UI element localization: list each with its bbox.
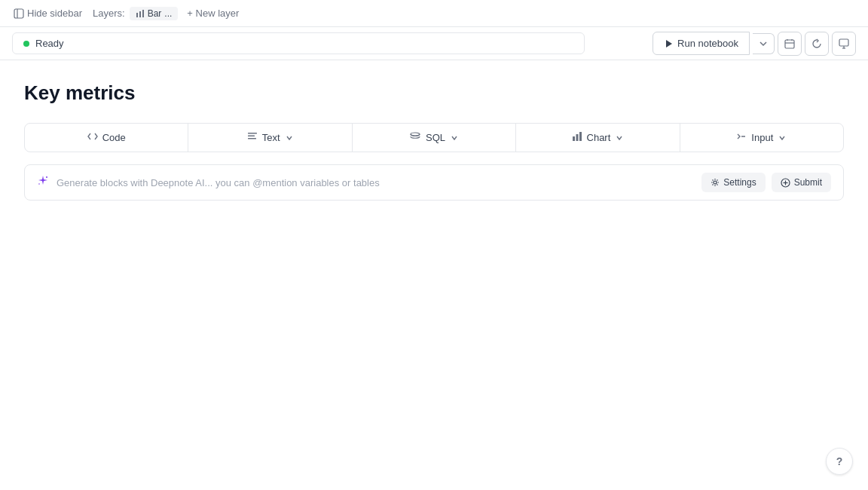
chart-label: Chart bbox=[587, 132, 611, 143]
code-label: Code bbox=[102, 132, 126, 143]
bar-chart-icon bbox=[136, 9, 145, 18]
layers-chip-label: Bar bbox=[148, 8, 162, 19]
svg-marker-5 bbox=[666, 40, 672, 47]
sql-label: SQL bbox=[426, 132, 445, 143]
run-dropdown-button[interactable] bbox=[753, 33, 775, 54]
ai-bar-right: Settings Submit bbox=[701, 173, 831, 192]
svg-rect-13 bbox=[248, 133, 257, 134]
svg-rect-10 bbox=[839, 39, 848, 46]
sql-chevron-icon bbox=[450, 133, 459, 142]
top-bar: Hide sidebar Layers: Bar ... + New layer bbox=[0, 0, 868, 27]
main-content: Key metrics Code Text bbox=[0, 60, 868, 201]
hide-sidebar-label: Hide sidebar bbox=[27, 8, 82, 19]
sql-icon bbox=[409, 131, 421, 144]
svg-point-21 bbox=[46, 176, 47, 178]
status-bar: Ready Run notebook bbox=[0, 27, 868, 60]
text-label: Text bbox=[262, 132, 280, 143]
status-ready: Ready bbox=[12, 32, 585, 54]
run-section: Run notebook bbox=[653, 32, 856, 56]
svg-rect-19 bbox=[579, 132, 582, 141]
play-icon bbox=[664, 39, 673, 48]
block-type-code[interactable]: Code bbox=[25, 124, 188, 152]
help-button[interactable]: ? bbox=[826, 448, 853, 475]
chevron-down-icon bbox=[759, 39, 768, 48]
block-type-bar: Code Text bbox=[24, 123, 844, 152]
ai-generate-bar: Generate blocks with Deepnote AI... you … bbox=[24, 164, 844, 201]
chart-chevron-icon bbox=[615, 133, 624, 142]
svg-rect-15 bbox=[248, 138, 256, 139]
code-icon bbox=[87, 131, 98, 144]
ai-settings-button[interactable]: Settings bbox=[701, 173, 765, 192]
plus-circle-icon bbox=[781, 178, 790, 188]
input-chevron-icon bbox=[778, 133, 787, 142]
calendar-icon-button[interactable] bbox=[778, 32, 802, 56]
new-layer-button[interactable]: + New layer bbox=[182, 6, 243, 20]
svg-rect-6 bbox=[785, 40, 794, 48]
text-chevron-icon bbox=[285, 133, 294, 142]
sidebar-icon bbox=[14, 8, 24, 19]
block-type-text[interactable]: Text bbox=[188, 124, 352, 152]
ready-label: Ready bbox=[35, 38, 64, 49]
ai-placeholder-text: Generate blocks with Deepnote AI... you … bbox=[57, 177, 380, 188]
run-notebook-button[interactable]: Run notebook bbox=[653, 32, 750, 55]
block-type-chart[interactable]: Chart bbox=[516, 124, 680, 152]
svg-rect-4 bbox=[142, 10, 144, 17]
block-type-sql[interactable]: SQL bbox=[353, 124, 516, 152]
ai-sparkles-icon bbox=[37, 175, 49, 190]
block-type-input[interactable]: Input bbox=[680, 124, 843, 152]
ready-dot bbox=[23, 41, 29, 47]
svg-rect-2 bbox=[136, 13, 138, 17]
text-icon bbox=[247, 131, 258, 144]
chart-icon bbox=[572, 131, 582, 144]
top-bar-left: Hide sidebar Layers: Bar ... + New layer bbox=[9, 6, 243, 20]
layers-chip[interactable]: Bar ... bbox=[130, 7, 179, 20]
monitor-icon-button[interactable] bbox=[832, 32, 856, 56]
settings-label: Settings bbox=[723, 177, 756, 188]
hide-sidebar-button[interactable]: Hide sidebar bbox=[9, 6, 87, 20]
ai-submit-button[interactable]: Submit bbox=[772, 173, 831, 192]
submit-label: Submit bbox=[794, 177, 822, 188]
input-icon bbox=[736, 131, 747, 144]
layers-label: Layers: bbox=[93, 8, 125, 19]
help-label: ? bbox=[836, 455, 843, 467]
svg-rect-0 bbox=[14, 9, 23, 18]
layers-more: ... bbox=[164, 8, 172, 19]
layers-section: Layers: Bar ... + New layer bbox=[93, 6, 243, 20]
svg-rect-14 bbox=[248, 136, 255, 137]
svg-rect-17 bbox=[573, 136, 575, 141]
svg-rect-3 bbox=[139, 11, 141, 17]
refresh-icon-button[interactable] bbox=[805, 32, 829, 56]
calendar-icon bbox=[784, 38, 795, 49]
page-title: Key metrics bbox=[24, 81, 844, 105]
ai-bar-left: Generate blocks with Deepnote AI... you … bbox=[37, 175, 380, 190]
input-label: Input bbox=[751, 132, 773, 143]
run-notebook-label: Run notebook bbox=[677, 38, 738, 49]
svg-rect-18 bbox=[576, 134, 578, 141]
svg-point-23 bbox=[714, 181, 717, 184]
svg-point-22 bbox=[38, 183, 40, 185]
refresh-icon bbox=[811, 38, 822, 49]
monitor-icon bbox=[839, 38, 849, 49]
gear-icon bbox=[711, 178, 720, 187]
